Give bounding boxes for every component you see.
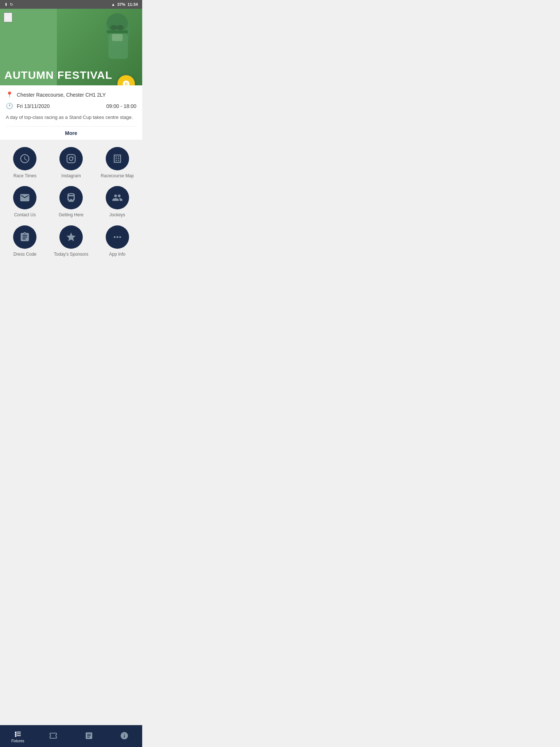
race-times-label: Race Times [13,173,36,179]
instagram-label: Instagram [61,173,81,179]
map-icon [112,153,123,164]
grid-section: Race Times Instagram Racecourse Map [0,140,142,265]
sync-icon: ↻ [10,2,13,7]
grid-item-dress-code[interactable]: Dress Code [4,225,46,258]
grid-item-jockeys[interactable]: Jockeys [96,186,139,218]
svg-rect-6 [112,34,122,41]
grid-item-todays-sponsors[interactable]: Today's Sponsors [50,225,93,258]
grid-item-racecourse-map[interactable]: Racecourse Map [96,147,139,179]
svg-point-3 [110,25,117,30]
status-bar: ⬇ ↻ ▲ 37% 11:34 [0,0,142,9]
star-icon [66,232,77,243]
more-icon [112,232,123,243]
jockeys-label: Jockeys [109,212,125,218]
racecourse-map-icon-circle [106,147,129,170]
dress-code-icon-circle [13,225,36,249]
dress-code-label: Dress Code [13,252,36,258]
clock: 11:34 [128,2,138,7]
svg-point-1 [107,13,128,33]
race-times-icon-circle [13,147,36,170]
grid-item-app-info[interactable]: App Info [96,225,139,258]
clock-icon [19,153,30,164]
todays-sponsors-icon-circle [59,225,83,249]
time-range-text: 09:00 - 18:00 [106,103,136,109]
people-icon [112,192,123,203]
app-info-icon-circle [106,225,129,249]
jockeys-icon-circle [106,186,129,209]
feature-grid: Race Times Instagram Racecourse Map [4,147,139,258]
hero-section: ← AUTUMN FESTIVAL [0,9,142,85]
grid-item-instagram[interactable]: Instagram [50,147,93,179]
location-text: Chester Racecourse, Chester CH1 2LY [17,92,136,98]
svg-point-4 [117,25,124,30]
train-icon [66,192,77,203]
event-description: A day of top-class racing as a Stand Cup… [6,114,136,121]
location-icon: 📍 [6,91,13,98]
battery-level: 37% [117,2,125,7]
download-icon: ⬇ [4,2,8,7]
svg-rect-2 [107,30,128,33]
date-text: Fri 13/11/2020 [17,103,102,109]
wifi-icon: ▲ [111,2,115,7]
contact-us-icon-circle [13,186,36,209]
racecourse-map-label: Racecourse Map [101,173,134,179]
grid-item-contact-us[interactable]: Contact Us [4,186,46,218]
more-button[interactable]: More [6,126,136,140]
app-info-label: App Info [109,252,125,258]
getting-here-label: Getting Here [59,212,83,218]
todays-sponsors-label: Today's Sponsors [54,252,88,258]
grid-item-race-times[interactable]: Race Times [4,147,46,179]
instagram-icon-circle [59,147,83,170]
grid-item-getting-here[interactable]: Getting Here [50,186,93,218]
contact-us-label: Contact Us [14,212,36,218]
date-row: 🕐 Fri 13/11/2020 09:00 - 18:00 [6,102,136,109]
instagram-icon [66,153,77,164]
clipboard-icon [19,232,30,243]
info-card: 📍 Chester Racecourse, Chester CH1 2LY 🕐 … [0,85,142,140]
mail-icon [19,192,30,203]
clock-icon: 🕐 [6,102,13,109]
back-button[interactable]: ← [4,12,12,22]
getting-here-icon-circle [59,186,83,209]
location-row: 📍 Chester Racecourse, Chester CH1 2LY [6,91,136,98]
